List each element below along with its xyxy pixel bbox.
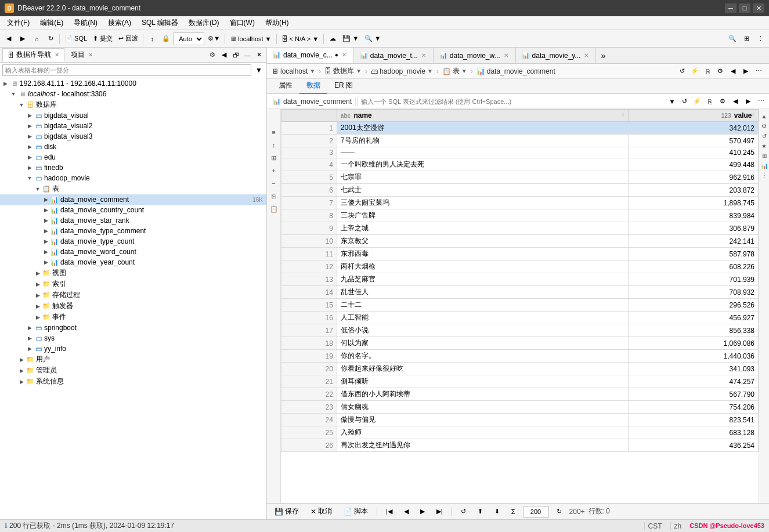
- bc-more-btn[interactable]: ⋯: [753, 66, 764, 77]
- filter-dropdown-btn[interactable]: ▼: [667, 96, 677, 107]
- left-panel-close-btn[interactable]: ✕: [254, 50, 264, 60]
- bc-refresh-btn[interactable]: ↺: [676, 66, 688, 77]
- cancel-button[interactable]: ✕ 取消: [306, 506, 336, 517]
- tab-db-nav[interactable]: 🗄 数据库导航 ✕: [2, 48, 64, 61]
- table-row[interactable]: 24傲慢与偏见823,541: [281, 414, 759, 426]
- filter-sql-input[interactable]: [357, 96, 666, 107]
- menu-edit[interactable]: 编辑(E): [35, 17, 68, 29]
- tree-item-finedb[interactable]: ▶ 🗃 finedb: [0, 162, 266, 173]
- refresh-rows-btn[interactable]: ↺: [457, 506, 470, 517]
- table-row[interactable]: 16人工智能456,927: [281, 312, 759, 324]
- sub-tab-er[interactable]: ER 图: [327, 78, 360, 94]
- table-row[interactable]: 4一个叫欧维的男人决定去死499,448: [281, 158, 759, 171]
- right-tab-close-3[interactable]: ✕: [583, 52, 590, 59]
- right-tab-0[interactable]: 📊 data_movie_c... ● ✕: [267, 48, 354, 63]
- menu-window[interactable]: 窗口(W): [225, 17, 259, 29]
- table-row[interactable]: 20你看起来好像很好吃341,093: [281, 363, 759, 375]
- menu-help[interactable]: 帮助(H): [261, 17, 294, 29]
- r-sidebar-refresh-btn[interactable]: ↺: [760, 131, 769, 140]
- close-button[interactable]: ✕: [753, 3, 764, 13]
- th-name[interactable]: abc name ↕: [337, 110, 628, 122]
- tree-item-db-group[interactable]: ▼ 🗄 数据库: [0, 99, 266, 110]
- tree-item-type-count[interactable]: ▶ 📊 data_movie_type_count: [0, 236, 266, 247]
- tb-settings-button[interactable]: ⚙▼: [205, 32, 222, 45]
- tb-home-button[interactable]: ⌂: [30, 32, 43, 45]
- tree-item-bigdata-visual[interactable]: ▶ 🗃 bigdata_visual: [0, 110, 266, 121]
- table-row[interactable]: 12001太空漫游342,012: [281, 122, 759, 135]
- filter-copy-btn[interactable]: ⎘: [704, 96, 716, 107]
- tb-submit-button[interactable]: ⬆ 提交: [91, 32, 115, 45]
- tb-rollback-button[interactable]: ↩ 回滚: [116, 32, 140, 45]
- tree-item-tables[interactable]: ▼ 📋 表: [0, 183, 266, 194]
- bc-forward-btn[interactable]: ▶: [740, 66, 752, 77]
- bc-tbl-label-dropdown[interactable]: ▼: [461, 68, 467, 74]
- r-sidebar-settings-btn[interactable]: ⚙: [760, 121, 769, 131]
- tree-item-year-count[interactable]: ▶ 📊 data_movie_year_count: [0, 257, 266, 267]
- tree-item-star-rank[interactable]: ▶ 📊 data_movie_star_rank: [0, 215, 266, 226]
- tb-lock-button[interactable]: 🔒: [160, 32, 172, 45]
- tab-db-nav-close[interactable]: ✕: [55, 52, 59, 58]
- tree-item-procedures[interactable]: ▶ 📁 存储过程: [0, 289, 266, 301]
- right-tab-close-1[interactable]: ✕: [420, 52, 427, 59]
- left-panel-min-btn[interactable]: —: [242, 50, 252, 60]
- table-row[interactable]: 10东京教父242,141: [281, 235, 759, 248]
- sidebar-col-icon-btn[interactable]: ⊞: [268, 152, 280, 164]
- bc-db-dropdown[interactable]: ▼: [427, 68, 433, 74]
- sub-tab-data[interactable]: 数据: [299, 78, 327, 94]
- tab-project-close[interactable]: ✕: [88, 52, 93, 58]
- tree-item-users[interactable]: ▶ 📁 用户: [0, 354, 266, 365]
- tb-arrow-button[interactable]: ↕: [146, 32, 158, 45]
- r-sidebar-chart-btn[interactable]: 📊: [760, 161, 769, 170]
- tb-search-right-button[interactable]: 🔍: [726, 32, 739, 45]
- th-value[interactable]: 123 value ↕: [628, 110, 758, 122]
- menu-file[interactable]: 文件(F): [2, 17, 34, 29]
- table-row[interactable]: 9上帝之城306,879: [281, 222, 759, 235]
- breadcrumb-table[interactable]: 📊 data_movie_comment: [476, 67, 555, 75]
- table-row[interactable]: 18何以为家1,069,086: [281, 337, 759, 350]
- tb-db-button[interactable]: 🗄 < N/A > ▼: [279, 32, 322, 45]
- tree-item-disk[interactable]: ▶ 🗃 disk: [0, 142, 266, 152]
- table-row[interactable]: 6七武士203,872: [281, 184, 759, 197]
- tree-item-events[interactable]: ▶ 📁 事件: [0, 312, 266, 323]
- r-sidebar-layout-btn[interactable]: ⊞: [760, 151, 769, 160]
- bc-copy-btn[interactable]: ⎘: [702, 66, 713, 77]
- table-row[interactable]: 13九品芝麻官701,939: [281, 273, 759, 286]
- table-row[interactable]: 7三傻大闹宝莱坞1,898,745: [281, 197, 759, 209]
- script-button[interactable]: 📄 脚本: [340, 506, 372, 517]
- tree-item-indexes[interactable]: ▶ 📁 索引: [0, 278, 266, 289]
- r-sidebar-up-btn[interactable]: ▲: [760, 111, 769, 121]
- table-row[interactable]: 12两杆大烟枪608,226: [281, 260, 759, 273]
- bc-filter-btn[interactable]: ⚡: [689, 66, 701, 77]
- filter-apply-btn[interactable]: ↺: [678, 96, 690, 107]
- data-table-wrap[interactable]: abc name ↕ 123 value ↕ 12001太空: [281, 109, 759, 503]
- tree-item-bigdata-visual2[interactable]: ▶ 🗃 bigdata_visual2: [0, 121, 266, 131]
- menu-nav[interactable]: 导航(N): [69, 17, 102, 29]
- tb-sql-button[interactable]: 📄 SQL: [62, 32, 89, 45]
- minimize-button[interactable]: ─: [725, 3, 736, 13]
- sidebar-copy-row-btn[interactable]: ⎘: [268, 190, 280, 202]
- breadcrumb-localhost[interactable]: 🖥 localhost ▼: [272, 67, 315, 75]
- maximize-button[interactable]: □: [739, 3, 750, 13]
- left-panel-expand-btn[interactable]: 🗗: [230, 50, 241, 60]
- tb-back-button[interactable]: ◀: [2, 32, 15, 45]
- right-tab-3[interactable]: 📊 data_movie_y... ✕: [516, 48, 597, 63]
- first-page-btn[interactable]: |◀: [382, 506, 396, 517]
- breadcrumb-db-label[interactable]: 🗄 数据库 ▼: [324, 66, 362, 76]
- tree-item-springboot[interactable]: ▶ 🗃 springboot: [0, 323, 266, 333]
- sub-tab-properties[interactable]: 属性: [272, 78, 299, 94]
- tb-auto-dropdown[interactable]: Auto: [174, 32, 204, 45]
- menu-sql[interactable]: SQL 编辑器: [137, 17, 183, 29]
- bc-back-btn[interactable]: ◀: [727, 66, 739, 77]
- export-btn[interactable]: ⬆: [474, 506, 487, 517]
- table-row[interactable]: 25入殓师683,128: [281, 426, 759, 439]
- bc-db-label-dropdown[interactable]: ▼: [356, 68, 362, 74]
- sidebar-filter-icon-btn[interactable]: ≡: [268, 126, 280, 138]
- tree-item-word-count[interactable]: ▶ 📊 data_movie_word_count: [0, 247, 266, 257]
- breadcrumb-db[interactable]: 🗃 hadoop_movie ▼: [371, 67, 433, 75]
- tree-item-hadoop-movie[interactable]: ▼ 🗃 hadoop_movie: [0, 173, 266, 183]
- reload-btn[interactable]: ↻: [553, 506, 566, 517]
- table-row[interactable]: 5七宗罪962,916: [281, 171, 759, 184]
- table-row[interactable]: 23倩女幽魂754,206: [281, 401, 759, 414]
- tree-item-server1[interactable]: ▶ 🖥 192.168.41.11 - 192.168.41.11:10000: [0, 78, 266, 89]
- tree-item-triggers[interactable]: ▶ 📁 触发器: [0, 301, 266, 312]
